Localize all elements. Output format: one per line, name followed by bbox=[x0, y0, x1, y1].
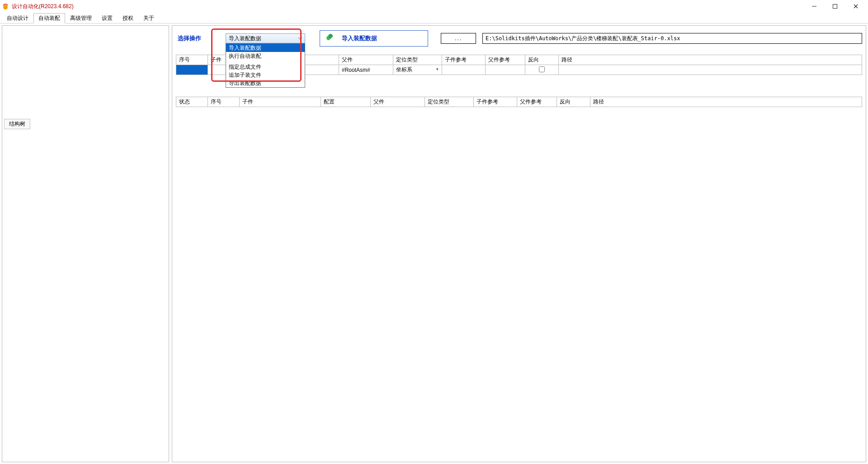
left-panel: 结构树 bbox=[2, 25, 169, 462]
header2-parent[interactable]: 父件 bbox=[371, 97, 425, 107]
status-grid: 状态 序号 子件 配置 父件 定位类型 子件参考 父件参考 反向 路径 bbox=[176, 97, 862, 107]
operation-dropdown-toggle[interactable]: 导入装配数据 bbox=[226, 33, 305, 43]
cell-seq[interactable] bbox=[176, 65, 208, 75]
dropdown-item-export-data[interactable]: 导出装配数据 bbox=[226, 79, 305, 87]
svg-point-0 bbox=[3, 5, 8, 9]
header2-loctype[interactable]: 定位类型 bbox=[425, 97, 474, 107]
header-parent[interactable]: 父件 bbox=[339, 55, 393, 65]
header-path[interactable]: 路径 bbox=[559, 55, 862, 65]
menu-advanced-manage[interactable]: 高级管理 bbox=[65, 13, 97, 23]
operation-dropdown-list: 导入装配数据 执行自动装配 指定总成文件 追加子装文件 导出装配数据 bbox=[226, 43, 305, 88]
header2-config[interactable]: 配置 bbox=[321, 97, 371, 107]
menubar: 自动设计 自动装配 高级管理 设置 授权 关于 bbox=[0, 13, 868, 23]
cell-reverse[interactable] bbox=[525, 65, 559, 75]
titlebar: 设计自动化(R2023.4.682) bbox=[0, 0, 868, 13]
loctype-value: 坐标系 bbox=[396, 66, 412, 73]
header-parentref[interactable]: 父件参考 bbox=[486, 55, 525, 65]
menu-license[interactable]: 授权 bbox=[118, 13, 138, 23]
minimize-button[interactable] bbox=[804, 0, 825, 13]
window-title: 设计自动化(R2023.4.682) bbox=[12, 3, 74, 10]
menu-auto-assembly[interactable]: 自动装配 bbox=[33, 13, 65, 23]
chevron-down-icon: ▾ bbox=[436, 67, 441, 71]
import-assembly-data-button[interactable]: 导入装配数据 bbox=[320, 30, 428, 47]
menu-settings[interactable]: 设置 bbox=[97, 13, 118, 23]
toolbar-row: 选择操作 导入装配数据 导入装配数据 执行自动装配 指定总成文件 追加子装文件 … bbox=[176, 30, 862, 47]
file-path-field[interactable]: E:\Solidkits插件\AutoWorks\产品分类\楼梯装配\装配表_S… bbox=[482, 33, 862, 44]
import-button-label: 导入装配数据 bbox=[342, 34, 377, 42]
menu-about[interactable]: 关于 bbox=[138, 13, 159, 23]
header2-reverse[interactable]: 反向 bbox=[557, 97, 590, 107]
header-seq[interactable]: 序号 bbox=[176, 55, 208, 65]
dropdown-item-run-auto-assembly[interactable]: 执行自动装配 bbox=[226, 52, 305, 60]
svg-rect-2 bbox=[833, 5, 837, 9]
header2-child[interactable]: 子件 bbox=[240, 97, 321, 107]
close-button[interactable] bbox=[845, 0, 866, 13]
header2-childref[interactable]: 子件参考 bbox=[474, 97, 517, 107]
workspace: 结构树 选择操作 导入装配数据 导入装配数据 执行自动装配 指定总成文件 追加子… bbox=[0, 23, 868, 464]
right-panel: 选择操作 导入装配数据 导入装配数据 执行自动装配 指定总成文件 追加子装文件 … bbox=[172, 25, 866, 462]
chevron-down-icon bbox=[297, 36, 303, 41]
header-childref[interactable]: 子件参考 bbox=[442, 55, 486, 65]
dropdown-item-import-data[interactable]: 导入装配数据 bbox=[226, 44, 305, 52]
reverse-checkbox[interactable] bbox=[539, 66, 545, 72]
menu-auto-design[interactable]: 自动设计 bbox=[2, 13, 33, 23]
dropdown-item-append-child-file[interactable]: 追加子装文件 bbox=[226, 71, 305, 79]
wrench-icon bbox=[325, 32, 337, 45]
app-icon bbox=[2, 3, 9, 10]
operation-dropdown[interactable]: 导入装配数据 导入装配数据 执行自动装配 指定总成文件 追加子装文件 导出装配数… bbox=[226, 33, 305, 43]
status-grid-header-row: 状态 序号 子件 配置 父件 定位类型 子件参考 父件参考 反向 路径 bbox=[176, 97, 862, 107]
header-loctype[interactable]: 定位类型 bbox=[393, 55, 442, 65]
window-controls bbox=[804, 0, 866, 13]
dropdown-item-specify-assembly-file[interactable]: 指定总成文件 bbox=[226, 63, 305, 71]
operation-label: 选择操作 bbox=[178, 34, 201, 42]
structure-tree-tab[interactable]: 结构树 bbox=[4, 119, 30, 129]
header2-seq[interactable]: 序号 bbox=[208, 97, 240, 107]
header2-state[interactable]: 状态 bbox=[176, 97, 208, 107]
operation-dropdown-value: 导入装配数据 bbox=[229, 35, 261, 42]
cell-loctype[interactable]: 坐标系 ▾ bbox=[393, 65, 442, 75]
maximize-button[interactable] bbox=[825, 0, 845, 13]
header-reverse[interactable]: 反向 bbox=[525, 55, 559, 65]
cell-parent[interactable]: #RootAsm# bbox=[339, 65, 393, 75]
header2-path[interactable]: 路径 bbox=[590, 97, 862, 107]
cell-path[interactable] bbox=[559, 65, 862, 75]
cell-parentref[interactable] bbox=[486, 65, 525, 75]
header2-parentref[interactable]: 父件参考 bbox=[517, 97, 557, 107]
cell-childref[interactable] bbox=[442, 65, 486, 75]
browse-button[interactable]: ... bbox=[441, 33, 476, 44]
